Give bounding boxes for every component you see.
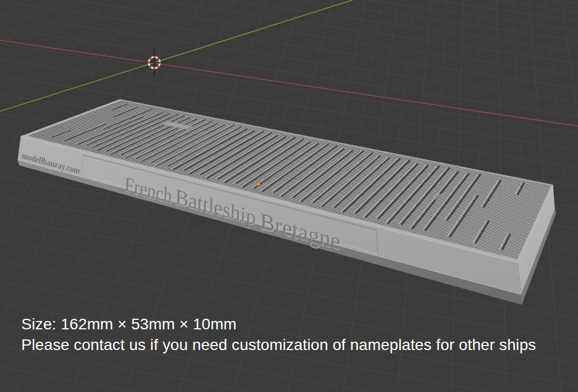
svg-text:Size: 162mm × 53mm × 10mm: Size: 162mm × 53mm × 10mm: [21, 315, 236, 333]
svg-text:Please contact us if you need: Please contact us if you need customizat…: [21, 336, 536, 353]
